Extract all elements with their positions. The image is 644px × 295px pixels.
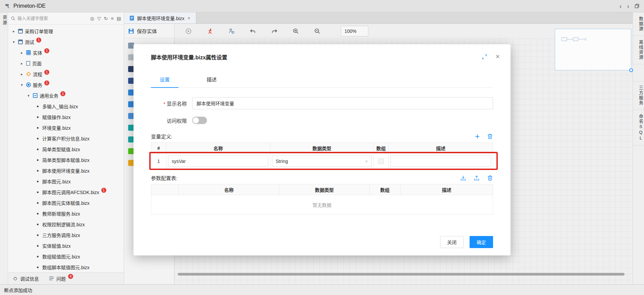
dialog-close-icon[interactable]: × xyxy=(495,53,500,60)
bizx-doc-icon xyxy=(129,15,134,21)
tree-item[interactable]: 三方服务调用.bizx xyxy=(8,230,124,240)
app-logo-icon xyxy=(5,3,11,9)
tree-item[interactable]: 数组脚本赋值图元.bizx xyxy=(8,262,124,272)
expand-arrow-icon[interactable] xyxy=(19,83,24,87)
tree-node-label: 实体 xyxy=(33,49,42,56)
zoom-out-icon[interactable] xyxy=(314,28,321,35)
tree-item[interactable]: 页面 xyxy=(8,58,124,69)
expand-arrow-icon[interactable] xyxy=(19,51,24,55)
fullscreen-icon[interactable] xyxy=(482,54,487,60)
redo-icon[interactable] xyxy=(271,28,278,35)
tree-node-icon xyxy=(37,159,39,161)
tree-node-label: 环境变量.bizx xyxy=(42,124,71,131)
tree-item[interactable]: 采购订单管理 xyxy=(8,26,124,37)
window-restore-icon[interactable] xyxy=(635,4,639,8)
display-name-input[interactable] xyxy=(192,97,493,109)
debug-config-icon[interactable] xyxy=(228,28,235,35)
tree-item[interactable]: 简单类型脚本赋值.bizx xyxy=(8,155,124,165)
copy-doc-icon[interactable]: ▤ xyxy=(117,16,121,21)
expand-arrow-icon[interactable] xyxy=(19,72,24,76)
expand-arrow-icon[interactable] xyxy=(11,40,16,44)
variable-name-input[interactable] xyxy=(168,156,268,167)
variable-type-select[interactable]: String ∨ xyxy=(272,156,372,167)
rail-tab-resources[interactable]: 资源 xyxy=(0,15,8,26)
expand-arrow-icon[interactable] xyxy=(11,29,16,34)
add-variable-icon[interactable]: + xyxy=(475,133,480,139)
right-rail-tab[interactable]: 离线资源 xyxy=(633,36,644,64)
editor-tab[interactable]: 脚本使用环境变量.bizx × xyxy=(124,12,196,23)
filter-icon[interactable]: ▽ xyxy=(97,16,101,21)
access-row: 访问权限 xyxy=(151,117,493,124)
right-rail: 数据源离线资源三方服务命名SQL xyxy=(633,12,644,284)
zoom-level-value: 100% xyxy=(344,28,357,34)
tree-item[interactable]: 流程 1 xyxy=(8,69,124,79)
zoom-in-icon[interactable] xyxy=(292,28,299,35)
list-icon[interactable]: ≡ xyxy=(111,16,114,21)
expand-arrow-icon[interactable] xyxy=(19,61,24,66)
nav-forward-icon[interactable]: › xyxy=(627,3,629,9)
tree-item[interactable]: 权限控制逻辑流.bizx xyxy=(8,219,124,230)
delete-param-icon[interactable] xyxy=(487,175,493,181)
badge: 1 xyxy=(44,70,49,75)
tree-node-label: 计算客户积分信息.bizx xyxy=(42,135,90,142)
tree-item[interactable]: 脚本图元实体赋值.bizx xyxy=(8,197,124,208)
close-button[interactable]: 关闭 xyxy=(440,236,464,248)
right-rail-tab[interactable]: 命名SQL xyxy=(633,110,644,145)
ok-button[interactable]: 确定 xyxy=(470,236,493,248)
access-label: 访问权限 xyxy=(151,117,192,124)
params-header-row: 名称 数据类型 数组 描述 xyxy=(151,184,493,195)
tree-node-icon xyxy=(37,127,39,129)
tree-item[interactable]: 计算客户积分信息.bizx xyxy=(8,133,124,144)
tree-node-icon xyxy=(37,191,39,193)
tree-item[interactable]: 数组赋值图元.bizx xyxy=(8,251,124,262)
tree-item[interactable]: 环境变量.bizx xyxy=(8,122,124,133)
run-icon[interactable] xyxy=(207,28,213,35)
tree-node-label: 脚本使用环境变量.bizx xyxy=(42,167,90,174)
tree-item[interactable]: 脚本图元.bizx xyxy=(8,176,124,187)
undo-icon[interactable] xyxy=(250,28,256,35)
expand-arrow-icon[interactable] xyxy=(26,94,31,98)
tree-node-label: 通用业务 xyxy=(40,92,58,99)
right-rail-tab[interactable]: 三方服务 xyxy=(633,81,644,110)
delete-variable-icon[interactable] xyxy=(487,133,493,139)
tree-item[interactable]: 多输入_输出.bizx xyxy=(8,101,124,112)
refresh-icon[interactable]: ↻ xyxy=(104,16,108,21)
tree-item[interactable]: 实体 1 xyxy=(8,47,124,58)
export-icon[interactable] xyxy=(474,175,480,181)
tree-item[interactable]: 教师新增服务.bizx xyxy=(8,208,124,219)
search-input[interactable] xyxy=(17,16,88,21)
badge: 1 xyxy=(44,80,49,85)
debug-info-tab[interactable]: 调试信息 xyxy=(13,275,39,282)
horizontal-scrollbar[interactable] xyxy=(178,273,625,276)
tree-node-label: 测试 xyxy=(25,39,34,45)
tab-close-icon[interactable]: × xyxy=(187,15,191,21)
locate-icon[interactable]: ◎ xyxy=(90,16,94,21)
variable-desc-input[interactable] xyxy=(390,156,491,167)
minimap[interactable] xyxy=(555,29,631,70)
nav-back-icon[interactable]: ‹ xyxy=(620,3,622,9)
right-rail-tab[interactable]: 数据源 xyxy=(633,12,644,36)
tab-settings[interactable]: 设置 xyxy=(151,76,178,88)
col-name: 名称 xyxy=(179,184,279,195)
tree-item[interactable]: 测试 1 xyxy=(8,37,124,47)
tree-node-label: 服务 xyxy=(33,81,42,88)
import-icon[interactable] xyxy=(460,175,466,181)
tree-item[interactable]: 实体赋值.bizx xyxy=(8,240,124,251)
publish-icon[interactable] xyxy=(185,28,192,35)
zoom-level-select[interactable]: 100% xyxy=(341,26,368,37)
minimap-resize-handle[interactable] xyxy=(629,68,633,72)
access-toggle[interactable] xyxy=(192,117,207,124)
tree-node-label: 采购订单管理 xyxy=(25,28,53,35)
variable-array-checkbox[interactable] xyxy=(378,159,384,164)
tree-item[interactable]: 脚本使用环境变量.bizx xyxy=(8,165,124,176)
tree-item[interactable]: 服务 1 xyxy=(8,79,124,90)
tree-node-label: 三方服务调用.bizx xyxy=(42,232,80,238)
palette-header[interactable]: 保存实体 xyxy=(124,24,174,39)
tree-item[interactable]: 脚本图元调用AFCSDK.bizx 1 xyxy=(8,187,124,197)
tree-item[interactable]: 通用业务 1 xyxy=(8,90,124,101)
problems-tab[interactable]: 问题 4 xyxy=(49,275,73,282)
tab-description[interactable]: 描述 xyxy=(198,76,225,87)
resource-sidebar: ◎▽↻≡▤ 采购订单管理 测试 1 xyxy=(8,12,124,284)
tree-item[interactable]: 简单类型赋值.bizx xyxy=(8,144,124,155)
tree-item[interactable]: 赋值操作.bizx xyxy=(8,112,124,122)
